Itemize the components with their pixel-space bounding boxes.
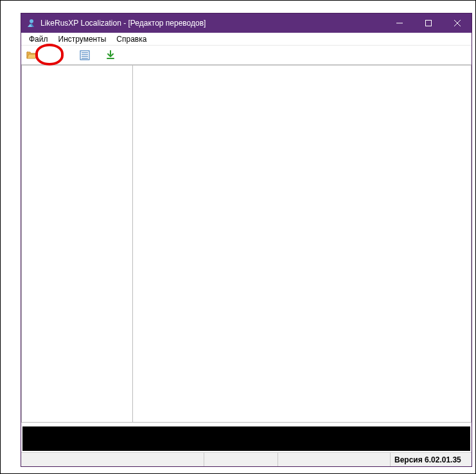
- svg-rect-2: [425, 21, 431, 26]
- close-button[interactable]: [443, 13, 472, 33]
- minimize-button[interactable]: [385, 13, 414, 33]
- download-icon: [106, 50, 115, 60]
- toolbar: [21, 46, 472, 65]
- menu-file[interactable]: Файл: [24, 34, 53, 44]
- list-icon: [80, 50, 90, 60]
- folder-open-icon: [26, 50, 38, 60]
- maximize-button[interactable]: [414, 13, 443, 33]
- statusbar: Версия 6.02.01.35: [21, 452, 472, 466]
- status-version: Версия 6.02.01.35: [391, 453, 472, 466]
- status-cell-3: [278, 453, 391, 466]
- outer-frame: LikeRusXP Localization - [Редактор перев…: [0, 0, 476, 474]
- window-controls: [385, 13, 472, 33]
- download-button[interactable]: [103, 48, 118, 62]
- client-area: [21, 65, 472, 452]
- titlebar[interactable]: LikeRusXP Localization - [Редактор перев…: [21, 13, 472, 33]
- detail-pane[interactable]: [133, 66, 471, 422]
- status-cell-1: [21, 453, 204, 466]
- app-icon: [26, 18, 37, 28]
- split-container: [21, 65, 472, 423]
- highlight-annotation: [35, 44, 64, 66]
- window-title: LikeRusXP Localization - [Редактор перев…: [40, 19, 385, 28]
- menu-help[interactable]: Справка: [111, 34, 152, 44]
- app-window: LikeRusXP Localization - [Редактор перев…: [21, 13, 472, 467]
- menu-tools[interactable]: Инструменты: [53, 34, 112, 44]
- open-button[interactable]: [25, 48, 39, 62]
- output-panel[interactable]: [22, 426, 470, 451]
- tree-pane[interactable]: [22, 66, 133, 422]
- svg-point-0: [30, 19, 33, 23]
- menubar: Файл Инструменты Справка: [21, 33, 472, 46]
- status-cell-2: [204, 453, 278, 466]
- list-button[interactable]: [78, 48, 92, 62]
